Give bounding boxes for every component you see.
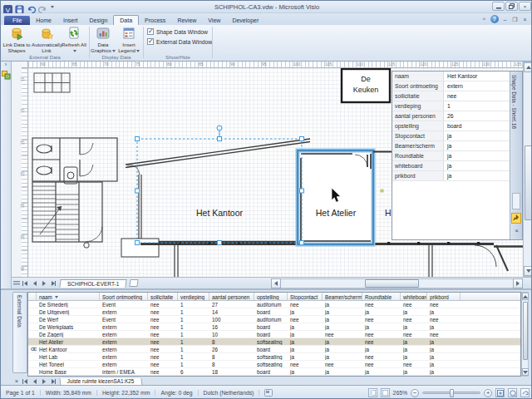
help-icon[interactable]: ? xyxy=(490,15,499,23)
minimize-button[interactable] xyxy=(492,2,505,11)
scroll-down-button[interactable] xyxy=(522,368,529,376)
column-header[interactable]: aantal personen xyxy=(209,293,254,300)
macro-icon[interactable] xyxy=(259,389,278,397)
expand-shapes-icon[interactable]: › xyxy=(1,62,11,67)
table-row[interactable]: Home Baseintern / EMEAnee618boardjajajaj… xyxy=(28,368,520,376)
scroll-left-button[interactable] xyxy=(271,278,281,288)
scroll-right-button[interactable] xyxy=(513,278,523,288)
link-data-to-shapes-button[interactable]: Link Data to Shapes xyxy=(2,26,32,53)
shape-data-titlebar[interactable]: Shape Data - Sheet.16 × xyxy=(510,71,522,239)
column-header[interactable]: Beamer/scherm xyxy=(323,293,362,300)
table-row[interactable]: Het Labexternnee18softseatingjajaneejaja xyxy=(28,353,520,361)
table-row[interactable]: De Zagerijexternnee110boardjaneeneeneene… xyxy=(28,331,520,338)
shape-data-value[interactable]: ja xyxy=(444,131,510,140)
table-row[interactable]: Het Kantoorexternnee126boardjajajajaja xyxy=(28,346,520,353)
table-row[interactable]: De Uitgeverijexternnee114boardjajajajaja xyxy=(28,308,520,316)
page-tab[interactable]: SCHIPHOL-EVERT-1 xyxy=(59,279,127,288)
refresh-all-button[interactable]: Refresh All xyxy=(61,26,87,53)
language-indicator[interactable]: Dutch (Netherlands) xyxy=(199,390,260,396)
tab-data[interactable]: Data xyxy=(113,15,139,25)
shape-data-row[interactable]: verdieping1 xyxy=(392,101,510,111)
column-header[interactable]: Roundtable xyxy=(362,293,401,300)
table-scroll-thumb[interactable] xyxy=(523,302,528,360)
selection-handles[interactable] xyxy=(135,137,304,245)
shape-data-value[interactable]: extern xyxy=(444,81,510,91)
close-icon[interactable]: × xyxy=(512,226,521,235)
rotation-handle[interactable] xyxy=(217,126,222,131)
shapes-panel-collapsed[interactable]: › xyxy=(1,62,12,288)
tab-home[interactable]: Home xyxy=(30,16,57,25)
column-header[interactable]: opstelling xyxy=(254,293,288,300)
last-page-button[interactable] xyxy=(48,278,57,288)
table-row[interactable]: De SmederijEventnee127auditoriumneejanee… xyxy=(28,301,520,308)
external-data-tab[interactable]: External Data xyxy=(12,292,27,373)
external-data-window-checkbox[interactable]: External Data Window xyxy=(147,38,212,45)
angle-indicator[interactable]: Angle: 0 deg xyxy=(155,390,198,396)
zoom-slider-thumb[interactable] xyxy=(450,389,454,397)
tab-process[interactable]: Process xyxy=(139,16,171,25)
doc-restore-icon[interactable]: ❐ xyxy=(511,16,519,23)
shape-data-value[interactable]: Het Kantoor xyxy=(444,71,510,81)
room-het-kantoor[interactable]: Het Kantoor xyxy=(126,139,310,242)
shape-data-value[interactable]: nee xyxy=(444,91,510,101)
column-header[interactable]: naam xyxy=(37,293,100,300)
shape-data-row[interactable]: sollicitatienee xyxy=(392,91,510,101)
canvas-vscrollbar[interactable] xyxy=(523,62,532,277)
pin-icon[interactable] xyxy=(511,213,521,224)
shape-data-row[interactable]: aantal personen26 xyxy=(392,111,510,121)
table-row[interactable]: De Werkplaatsexternnee116boardjajajajaja xyxy=(28,323,520,331)
prev-page-button[interactable] xyxy=(30,278,39,288)
shape-data-row[interactable]: Soort ontmoetingextern xyxy=(392,81,510,91)
insert-legend-button[interactable]: Insert Legend xyxy=(116,26,141,53)
shape-data-row[interactable]: opstellingboard xyxy=(392,121,510,131)
minimize-ribbon-icon[interactable]: ^ xyxy=(480,16,488,23)
room-de-keuken[interactable]: De Keuken xyxy=(342,69,390,102)
column-header[interactable]: verdieping xyxy=(178,293,209,300)
insert-page-button[interactable] xyxy=(130,279,139,287)
shape-data-row[interactable]: Stopcontactja xyxy=(392,131,510,141)
shape-data-row[interactable]: naamHet Kantoor xyxy=(392,71,510,81)
column-header[interactable]: sollicitatie xyxy=(148,293,178,300)
vscroll-thumb[interactable] xyxy=(525,145,532,220)
scroll-up-button[interactable] xyxy=(524,62,532,72)
shape-data-value[interactable]: ja xyxy=(444,141,510,150)
shape-data-row[interactable]: whiteboardja xyxy=(392,161,510,171)
room-hidden-right[interactable]: H xyxy=(373,152,392,219)
fit-page-icon[interactable] xyxy=(495,388,505,397)
automatically-link-button[interactable]: Automatically Link xyxy=(32,26,62,53)
fullscreen-view-icon[interactable] xyxy=(381,388,390,397)
staircase[interactable] xyxy=(32,182,102,248)
close-button[interactable]: × xyxy=(519,2,531,11)
shape-data-value[interactable]: 1 xyxy=(444,101,510,111)
tab-file[interactable]: File xyxy=(4,16,30,25)
shape-data-value[interactable]: 26 xyxy=(444,111,510,121)
zoom-out-button[interactable]: − xyxy=(411,389,419,397)
hscroll-thumb[interactable] xyxy=(365,279,419,288)
tab-review[interactable]: Review xyxy=(171,16,202,25)
canvas-hscrollbar[interactable] xyxy=(271,278,523,288)
normal-view-icon[interactable] xyxy=(368,388,377,397)
first-page-button[interactable] xyxy=(21,278,30,288)
table-row[interactable]: Het Atelierexternnee18softseatingjajanee… xyxy=(28,338,520,346)
scroll-up-button[interactable] xyxy=(522,293,529,300)
zoom-in-button[interactable]: + xyxy=(484,389,492,397)
next-page-button[interactable] xyxy=(39,278,48,288)
shape-data-row[interactable]: Beamer/schermja xyxy=(392,141,510,151)
shape-data-value[interactable]: board xyxy=(444,121,510,131)
scroll-down-button[interactable] xyxy=(524,266,532,276)
splitter-handle[interactable] xyxy=(12,278,21,288)
shape-data-row[interactable]: Roundtableja xyxy=(392,151,510,161)
column-header[interactable]: prikbord xyxy=(427,293,461,300)
doc-minimize-icon[interactable]: – xyxy=(501,16,509,23)
restore-button[interactable] xyxy=(505,2,518,11)
height-indicator[interactable]: Height: 22,352 mm xyxy=(97,390,155,396)
table-row[interactable]: Het Toneelexternnee18softseatingneeneene… xyxy=(28,361,520,368)
zoom-slider[interactable] xyxy=(422,392,480,394)
table-row[interactable]: De WerfEventnee1100auditoriumneejaneenee… xyxy=(28,316,520,323)
table-vscrollbar[interactable] xyxy=(521,292,529,377)
tab-insert[interactable]: Insert xyxy=(57,16,84,25)
page-indicator[interactable]: Page 1 of 1 xyxy=(1,390,41,396)
tab-design[interactable]: Design xyxy=(83,16,113,25)
zoom-level[interactable]: 265% xyxy=(393,390,407,396)
shape-data-scroll[interactable] xyxy=(512,193,520,209)
